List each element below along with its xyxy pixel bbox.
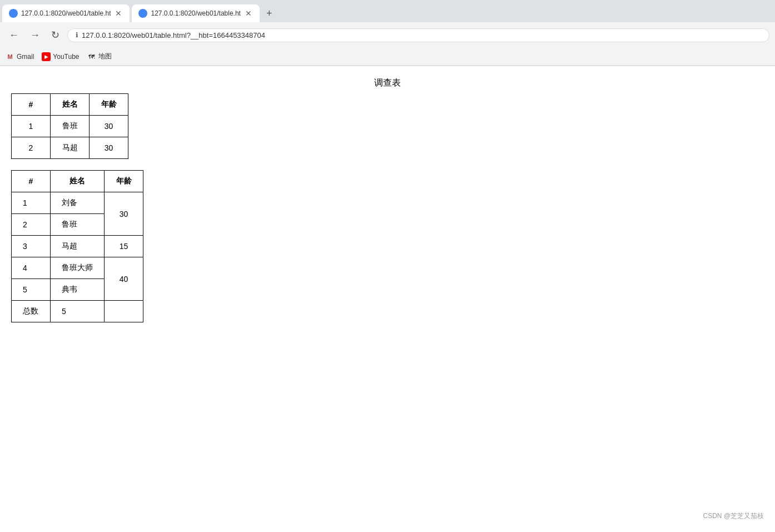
- table1-row-2: 2 马超 30: [12, 137, 128, 159]
- table2-r2-num: 2: [12, 214, 51, 236]
- table2-r1-num: 1: [12, 192, 51, 214]
- table2-header-row: # 姓名 年龄: [12, 171, 143, 192]
- reload-button[interactable]: ↻: [48, 27, 63, 43]
- table1-row-1: 1 鲁班 30: [12, 116, 128, 137]
- table2-r3-name: 马超: [51, 236, 105, 257]
- bookmark-youtube[interactable]: ▶ YouTube: [42, 52, 79, 61]
- tab-1-close[interactable]: ✕: [114, 8, 123, 19]
- table1-r1-age: 30: [90, 116, 128, 137]
- table1-r1-num: 1: [12, 116, 51, 137]
- table1-r2-age: 30: [90, 137, 128, 159]
- gmail-label: Gmail: [17, 53, 34, 61]
- table2-r3-age: 15: [105, 236, 143, 257]
- table2-footer-empty: [105, 301, 143, 322]
- table1-col-num: #: [12, 94, 51, 116]
- bookmark-maps[interactable]: 🗺 地图: [87, 52, 112, 61]
- tab-1[interactable]: 127.0.0.1:8020/web01/table.ht ✕: [2, 4, 130, 22]
- table1-r2-num: 2: [12, 137, 51, 159]
- table2-r4-age: 40: [105, 257, 143, 301]
- table1-r2-name: 马超: [51, 137, 90, 159]
- table2-r1-age: 30: [105, 192, 143, 236]
- youtube-icon: ▶: [42, 52, 51, 61]
- lock-icon: ℹ: [76, 31, 78, 39]
- table1-col-age: 年龄: [90, 94, 128, 116]
- table1-header-row: # 姓名 年龄: [12, 94, 128, 116]
- table2-col-age: 年龄: [105, 171, 143, 192]
- table2-r5-name: 典韦: [51, 279, 105, 301]
- tab-2-title: 127.0.0.1:8020/web01/table.ht: [151, 9, 240, 17]
- forward-button[interactable]: →: [27, 27, 43, 43]
- table2-r4-name: 鲁班大师: [51, 257, 105, 279]
- maps-label: 地图: [98, 52, 112, 61]
- table1-r1-name: 鲁班: [51, 116, 90, 137]
- table2-footer-row: 总数 5: [12, 301, 143, 322]
- tab-2-favicon: [138, 9, 147, 18]
- table2-row-4: 4 鲁班大师 40: [12, 257, 143, 279]
- table2-footer-label: 总数: [12, 301, 51, 322]
- table2-r2-name: 鲁班: [51, 214, 105, 236]
- address-bar-row: ← → ↻ ℹ 127.0.0.1:8020/web01/table.html?…: [0, 22, 775, 48]
- table2: # 姓名 年龄 1 刘备 30 2 鲁班 3 马超 15 4 鲁班大师: [11, 170, 143, 322]
- new-tab-button[interactable]: +: [262, 8, 277, 19]
- address-bar[interactable]: ℹ 127.0.0.1:8020/web01/table.html?__hbt=…: [67, 28, 769, 42]
- table2-r1-name: 刘备: [51, 192, 105, 214]
- tab-bar: 127.0.0.1:8020/web01/table.ht ✕ 127.0.0.…: [0, 0, 775, 22]
- table2-r3-num: 3: [12, 236, 51, 257]
- tab-1-title: 127.0.0.1:8020/web01/table.ht: [21, 9, 111, 17]
- tab-2-close[interactable]: ✕: [244, 8, 253, 19]
- table2-r5-num: 5: [12, 279, 51, 301]
- browser-chrome: 127.0.0.1:8020/web01/table.ht ✕ 127.0.0.…: [0, 0, 775, 66]
- tab-1-favicon: [9, 9, 18, 18]
- youtube-label: YouTube: [53, 53, 79, 61]
- bookmarks-bar: M Gmail ▶ YouTube 🗺 地图: [0, 48, 775, 66]
- table2-col-name: 姓名: [51, 171, 105, 192]
- table2-r4-num: 4: [12, 257, 51, 279]
- table1: # 姓名 年龄 1 鲁班 30 2 马超 30: [11, 93, 128, 159]
- tab-2[interactable]: 127.0.0.1:8020/web01/table.ht ✕: [132, 4, 259, 22]
- page-content: 调查表 # 姓名 年龄 1 鲁班 30 2 马超 30 #: [0, 66, 775, 334]
- table1-col-name: 姓名: [51, 94, 90, 116]
- maps-icon: 🗺: [87, 52, 96, 61]
- gmail-icon: M: [6, 52, 14, 61]
- table2-col-num: #: [12, 171, 51, 192]
- table2-row-3: 3 马超 15: [12, 236, 143, 257]
- back-button[interactable]: ←: [6, 27, 22, 43]
- survey-title: 调查表: [11, 77, 764, 89]
- table2-row-1: 1 刘备 30: [12, 192, 143, 214]
- address-text: 127.0.0.1:8020/web01/table.html?__hbt=16…: [82, 31, 265, 39]
- bookmark-gmail[interactable]: M Gmail: [6, 52, 34, 61]
- table2-footer-value: 5: [51, 301, 105, 322]
